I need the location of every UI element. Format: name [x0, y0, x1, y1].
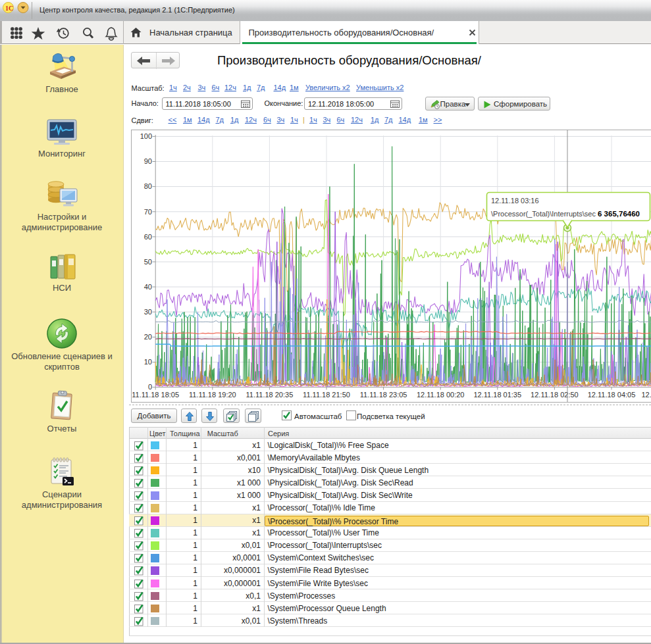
svg-text:70: 70: [144, 208, 152, 216]
svg-text:10: 10: [144, 358, 152, 366]
svg-text:11.11.18 21:50: 11.11.18 21:50: [303, 391, 350, 399]
svg-text:11.11.18 20:35: 11.11.18 20:35: [246, 391, 294, 399]
svg-text:1С: 1С: [5, 5, 13, 12]
svg-text:12.11.18 04:05: 12.11.18 04:05: [588, 391, 636, 399]
svg-text:12.11.18 00:20: 12.11.18 00:20: [417, 391, 465, 399]
svg-text:12.11.18 03:16: 12.11.18 03:16: [491, 197, 539, 205]
svg-text:90: 90: [144, 157, 152, 165]
svg-text:100: 100: [140, 132, 152, 140]
svg-text:30: 30: [144, 308, 152, 316]
svg-text:12.11.18 05:20: 12.11.18 05:20: [642, 391, 651, 399]
svg-text:11.11.18 19:20: 11.11.18 19:20: [189, 391, 236, 399]
svg-text:40: 40: [144, 283, 152, 291]
svg-text:20: 20: [144, 333, 152, 341]
svg-text:60: 60: [144, 233, 152, 241]
svg-text:11.11.18 23:05: 11.11.18 23:05: [360, 391, 407, 399]
svg-text:80: 80: [144, 182, 152, 190]
svg-text:50: 50: [144, 258, 152, 266]
svg-text:\Processor(_Total)\Interrupts\: \Processor(_Total)\Interrupts\sec 6 365,…: [491, 210, 640, 218]
svg-text:12.11.18 01:35: 12.11.18 01:35: [474, 391, 522, 399]
svg-text:12.11.18 02:50: 12.11.18 02:50: [531, 391, 579, 399]
svg-text:11.11.18 18:05: 11.11.18 18:05: [132, 391, 179, 399]
